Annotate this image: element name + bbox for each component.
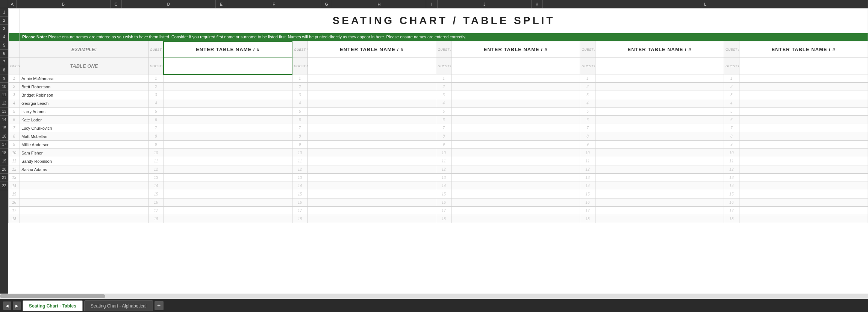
table-row: 10 Sam Fisher 10 10 10 10 10 xyxy=(9,149,868,157)
row-num-9: 9 xyxy=(0,74,8,83)
active-input-cell[interactable] xyxy=(164,58,292,74)
guest-name: Georgia Leach xyxy=(20,99,148,108)
guest-hash-sub-1: GUEST # xyxy=(148,58,164,74)
table-row: 14 14 14 14 14 14 xyxy=(9,182,868,190)
guest-num-d1: 1 xyxy=(148,74,164,83)
col-header-l: L xyxy=(543,0,868,8)
table-f-cell[interactable] xyxy=(308,74,436,83)
table-header-3[interactable]: ENTER TABLE NAME / # xyxy=(451,41,580,58)
row-num-22: 22 xyxy=(0,182,8,190)
row-num-11: 11 xyxy=(0,91,8,99)
title-row: SEATING CHART / TABLE SPLIT xyxy=(9,9,868,33)
table-header-1[interactable]: ENTER TABLE NAME / # xyxy=(164,41,292,58)
row-num-21: 21 xyxy=(0,174,8,182)
note-cell: Please Note: Please ensure names are ent… xyxy=(20,33,868,41)
guest-name: Millie Anderson xyxy=(20,141,148,149)
note-row: Please Note: Please ensure names are ent… xyxy=(9,33,868,41)
sheet-table: SEATING CHART / TABLE SPLIT Please Note:… xyxy=(8,8,868,223)
table-row: 17 17 17 17 17 17 xyxy=(9,207,868,215)
guest-hash-5: GUEST # xyxy=(724,41,739,58)
row-num-4: 4 xyxy=(0,33,8,41)
table-header-4[interactable]: ENTER TABLE NAME / # xyxy=(595,41,724,58)
table-sub-2[interactable] xyxy=(308,58,436,74)
table-l-cell[interactable] xyxy=(739,74,868,83)
sheet-content: SEATING CHART / TABLE SPLIT Please Note:… xyxy=(8,8,868,294)
col-header-g: G xyxy=(321,0,332,8)
table-row: 4 Georgia Leach 4 4 4 4 4 xyxy=(9,99,868,108)
col-header-j: J xyxy=(438,0,532,8)
table-h-cell[interactable] xyxy=(451,74,580,83)
row-numbers: 1 2 3 4 5 6 7 8 9 10 11 12 13 14 15 16 1… xyxy=(0,8,8,294)
row-num-7: 7 xyxy=(0,58,8,66)
guest-name: Sasha Adams xyxy=(20,165,148,174)
row-num-13: 13 xyxy=(0,108,8,116)
table-row: 9 Millie Anderson 9 9 9 9 9 xyxy=(9,141,868,149)
table-row: 6 Kate Loder 6 6 6 6 6 xyxy=(9,116,868,124)
spreadsheet-title: SEATING CHART / TABLE SPLIT xyxy=(20,9,868,33)
row-num-17: 17 xyxy=(0,141,8,149)
table-row: 13 13 13 13 13 13 xyxy=(9,174,868,182)
table-sub-5[interactable] xyxy=(739,58,868,74)
table-header-5[interactable]: ENTER TABLE NAME / # xyxy=(739,41,868,58)
row-num-5: 5 xyxy=(0,41,8,50)
col-header-i: I xyxy=(426,0,438,8)
guest-num-f1: 1 xyxy=(292,74,308,83)
table-d-cell[interactable] xyxy=(164,74,292,83)
table-sub-3[interactable] xyxy=(451,58,580,74)
sub-header-row: GUEST # TABLE ONE GUEST # GUEST # GUEST … xyxy=(9,58,868,74)
guest-name: Lucy Churkovich xyxy=(20,124,148,132)
guest-hash-3: GUEST # xyxy=(436,41,451,58)
table-row: 1 Annie McNamara 1 1 1 1 1 xyxy=(9,74,868,83)
row-num-10: 10 xyxy=(0,83,8,91)
spreadsheet-container: A B C D E F G H I J K L 1 2 3 4 5 6 7 8 … xyxy=(0,0,868,312)
tab-add-button[interactable]: + xyxy=(155,301,164,310)
guest-name: Sandy Robinson xyxy=(20,157,148,165)
guest-num-header-a xyxy=(9,41,20,58)
guest-hash-sub-a: GUEST # xyxy=(9,58,20,74)
col-header-h: H xyxy=(332,0,426,8)
title-row-a xyxy=(9,9,20,33)
table-row: 5 Harry Adams 5 5 5 5 5 xyxy=(9,108,868,116)
row-idx: 1 xyxy=(9,74,20,83)
scroll-thumb[interactable] xyxy=(0,294,105,298)
note-bold: Please Note: xyxy=(22,35,47,39)
col-header-c: C xyxy=(111,0,122,8)
guest-name: Sam Fisher xyxy=(20,149,148,157)
guest-hash-1: GUEST # xyxy=(148,41,164,58)
row-num-12: 12 xyxy=(0,99,8,108)
table-j-cell[interactable] xyxy=(595,74,724,83)
guest-hash-sub-5: GUEST # xyxy=(724,58,739,74)
note-row-a xyxy=(9,33,20,41)
row-num-20: 20 xyxy=(0,165,8,174)
tab-seating-chart-tables[interactable]: Seating Chart - Tables xyxy=(23,300,83,311)
grid-area: 1 2 3 4 5 6 7 8 9 10 11 12 13 14 15 16 1… xyxy=(0,8,868,294)
row-num-16: 16 xyxy=(0,132,8,141)
guest-name: Annie McNamara xyxy=(20,74,148,83)
row-num-2: 2 xyxy=(0,17,8,25)
guest-hash-sub-4: GUEST # xyxy=(580,58,595,74)
col-header-b: B xyxy=(17,0,111,8)
guest-hash-4: GUEST # xyxy=(580,41,595,58)
row-num-8: 8 xyxy=(0,66,8,74)
table-header-2[interactable]: ENTER TABLE NAME / # xyxy=(308,41,436,58)
table-sub-4[interactable] xyxy=(595,58,724,74)
tab-seating-chart-alphabetical[interactable]: Seating Chart - Alphabetical xyxy=(84,300,153,311)
column-header-row: A B C D E F G H I J K L xyxy=(0,0,868,8)
bottom-tab-bar: ◀ ▶ Seating Chart - Tables Seating Chart… xyxy=(0,299,868,312)
tab-next-button[interactable]: ▶ xyxy=(13,301,21,310)
table-row: 16 16 16 16 16 16 xyxy=(9,198,868,207)
horizontal-scrollbar[interactable] xyxy=(0,294,868,299)
guest-hash-sub-2: GUEST # xyxy=(292,58,308,74)
tab-prev-button[interactable]: ◀ xyxy=(3,301,11,310)
guest-num-k1: 1 xyxy=(724,74,739,83)
row-num-18: 18 xyxy=(0,149,8,157)
guest-hash-2: GUEST # xyxy=(292,41,308,58)
col-header-d: D xyxy=(122,0,216,8)
col-header-a: A xyxy=(8,0,17,8)
guest-name: Bridget Robinson xyxy=(20,91,148,99)
guest-name: Harry Adams xyxy=(20,108,148,116)
row-num-19: 19 xyxy=(0,157,8,165)
guest-hash-sub-3: GUEST # xyxy=(436,58,451,74)
row-num-14: 14 xyxy=(0,116,8,124)
guest-name: Kate Loder xyxy=(20,116,148,124)
